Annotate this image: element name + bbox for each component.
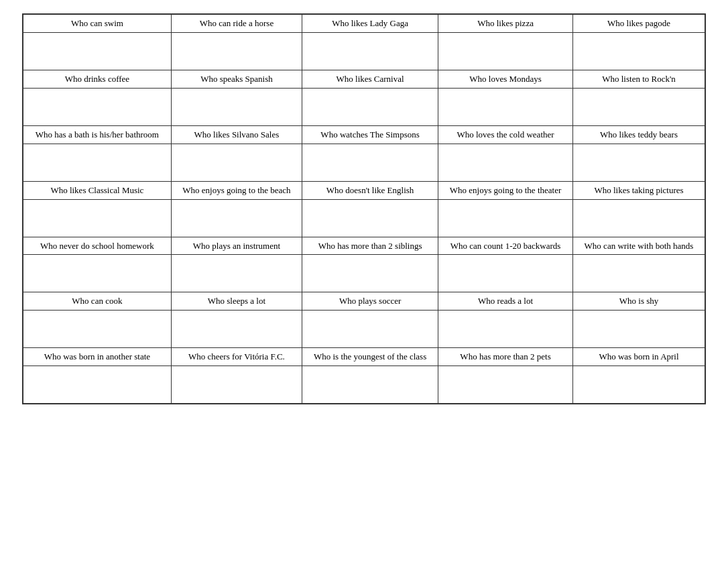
write-area-r3-c2[interactable] [302, 199, 438, 237]
cell-text-r5-c2: Who plays soccer [302, 292, 438, 310]
write-field-r1-c1[interactable] [172, 89, 302, 125]
write-field-r4-c4[interactable] [573, 255, 705, 292]
cell-label-r1-c4: Who listen to Rock'n [573, 70, 705, 88]
write-field-r6-c2[interactable] [302, 366, 438, 403]
write-field-r6-c0[interactable] [23, 366, 171, 403]
write-field-r5-c0[interactable] [23, 311, 171, 347]
cell-label-r4-c0: Who never do school homework [23, 237, 172, 255]
write-area-r0-c1[interactable] [171, 32, 302, 70]
cell-label-r3-c4: Who likes taking pictures [573, 181, 705, 199]
write-area-r4-c1[interactable] [171, 255, 302, 292]
cell-text-r4-c1: Who plays an instrument [172, 237, 302, 255]
cell-label-r1-c3: Who loves Mondays [438, 70, 573, 88]
cell-label-r3-c3: Who enjoys going to the theater [438, 181, 573, 199]
write-area-r1-c2[interactable] [302, 88, 438, 125]
cell-text-r6-c0: Who was born in another state [23, 348, 171, 366]
write-field-r2-c0[interactable] [23, 144, 171, 181]
write-field-r4-c3[interactable] [438, 255, 572, 292]
write-field-r3-c2[interactable] [302, 200, 438, 237]
cell-label-r0-c1: Who can ride a horse [171, 15, 302, 33]
write-field-r2-c1[interactable] [172, 144, 302, 181]
cell-label-r4-c1: Who plays an instrument [171, 237, 302, 255]
write-area-r6-c4[interactable] [573, 366, 705, 404]
cell-text-r0-c2: Who likes Lady Gaga [302, 15, 438, 32]
write-area-r6-c2[interactable] [302, 366, 438, 404]
write-field-r4-c1[interactable] [172, 255, 302, 292]
cell-label-r5-c4: Who is shy [573, 292, 705, 311]
write-field-r2-c4[interactable] [573, 144, 705, 181]
write-area-r3-c3[interactable] [438, 199, 573, 237]
write-field-r1-c3[interactable] [438, 89, 572, 125]
write-field-r1-c2[interactable] [302, 89, 438, 125]
cell-text-r3-c0: Who likes Classical Music [23, 182, 171, 199]
write-field-r3-c1[interactable] [172, 200, 302, 237]
write-field-r3-c0[interactable] [23, 200, 171, 237]
write-field-r0-c3[interactable] [438, 33, 572, 70]
write-area-r1-c1[interactable] [171, 88, 302, 125]
cell-label-r2-c2: Who watches The Simpsons [302, 125, 438, 144]
write-field-r4-c2[interactable] [302, 255, 438, 292]
cell-label-r2-c4: Who likes teddy bears [573, 125, 705, 144]
activity-grid: Who can swimWho can ride a horseWho like… [22, 13, 706, 404]
write-area-r2-c2[interactable] [302, 144, 438, 181]
write-area-r5-c0[interactable] [23, 311, 172, 348]
cell-text-r4-c3: Who can count 1-20 backwards [438, 237, 572, 255]
write-area-r3-c1[interactable] [171, 199, 302, 237]
write-area-r6-c3[interactable] [438, 366, 573, 404]
write-area-r0-c0[interactable] [23, 32, 172, 70]
cell-text-r6-c2: Who is the youngest of the class [302, 348, 438, 366]
write-area-r3-c0[interactable] [23, 199, 172, 237]
write-field-r6-c3[interactable] [438, 366, 572, 403]
write-area-r2-c1[interactable] [171, 144, 302, 181]
write-field-r6-c1[interactable] [172, 366, 302, 403]
write-field-r3-c3[interactable] [438, 200, 572, 237]
write-field-r0-c4[interactable] [573, 33, 705, 70]
write-area-r4-c2[interactable] [302, 255, 438, 292]
write-area-r2-c4[interactable] [573, 144, 705, 181]
cell-label-r1-c2: Who likes Carnival [302, 70, 438, 88]
write-field-r1-c0[interactable] [23, 89, 171, 125]
write-area-r0-c3[interactable] [438, 32, 573, 70]
cell-text-r5-c1: Who sleeps a lot [172, 292, 302, 310]
write-field-r3-c4[interactable] [573, 200, 705, 237]
write-field-r1-c4[interactable] [573, 89, 705, 125]
cell-label-r6-c4: Who was born in April [573, 348, 705, 366]
cell-label-r2-c3: Who loves the cold weather [438, 125, 573, 144]
write-area-r4-c3[interactable] [438, 255, 573, 292]
cell-label-r0-c2: Who likes Lady Gaga [302, 15, 438, 33]
write-field-r5-c4[interactable] [573, 311, 705, 347]
write-area-r6-c0[interactable] [23, 366, 172, 404]
write-field-r2-c3[interactable] [438, 144, 572, 181]
write-area-r5-c4[interactable] [573, 311, 705, 348]
cell-text-r1-c1: Who speaks Spanish [172, 70, 302, 88]
write-area-r2-c0[interactable] [23, 144, 172, 181]
write-area-r5-c2[interactable] [302, 311, 438, 348]
write-field-r0-c2[interactable] [302, 33, 438, 70]
write-area-r2-c3[interactable] [438, 144, 573, 181]
write-area-r0-c4[interactable] [573, 32, 705, 70]
cell-label-r5-c1: Who sleeps a lot [171, 292, 302, 311]
write-area-r4-c4[interactable] [573, 255, 705, 292]
write-area-r1-c4[interactable] [573, 88, 705, 125]
write-area-r0-c2[interactable] [302, 32, 438, 70]
write-area-r1-c3[interactable] [438, 88, 573, 125]
write-field-r5-c2[interactable] [302, 311, 438, 347]
cell-text-r3-c3: Who enjoys going to the theater [438, 182, 572, 199]
cell-text-r2-c1: Who likes Silvano Sales [172, 126, 302, 144]
cell-text-r2-c4: Who likes teddy bears [573, 126, 705, 144]
write-field-r5-c1[interactable] [172, 311, 302, 347]
write-area-r3-c4[interactable] [573, 199, 705, 237]
write-area-r6-c1[interactable] [171, 366, 302, 404]
write-area-r5-c1[interactable] [171, 311, 302, 348]
cell-text-r6-c1: Who cheers for Vitória F.C. [172, 348, 302, 366]
write-area-r4-c0[interactable] [23, 255, 172, 292]
write-field-r0-c1[interactable] [172, 33, 302, 70]
write-area-r5-c3[interactable] [438, 311, 573, 348]
write-area-r1-c0[interactable] [23, 88, 172, 125]
write-field-r2-c2[interactable] [302, 144, 438, 181]
write-field-r5-c3[interactable] [438, 311, 572, 347]
write-field-r6-c4[interactable] [573, 366, 705, 403]
write-field-r4-c0[interactable] [23, 255, 171, 292]
cell-text-r4-c0: Who never do school homework [23, 237, 171, 255]
write-field-r0-c0[interactable] [23, 33, 171, 70]
